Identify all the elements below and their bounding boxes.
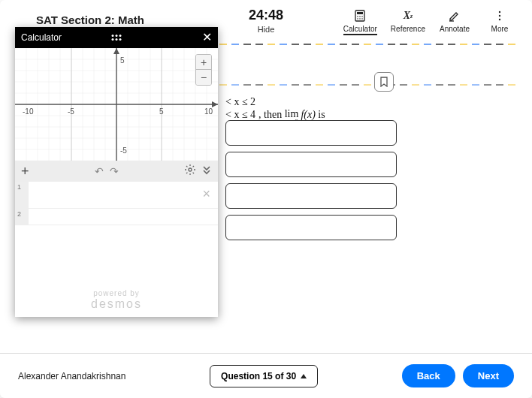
hide-timer-button[interactable]: Hide xyxy=(249,25,283,34)
annotate-icon xyxy=(448,9,461,23)
svg-point-6 xyxy=(360,18,361,20)
axis-label: -10 xyxy=(23,107,34,116)
calculator-titlebar[interactable]: Calculator ✕ xyxy=(15,27,218,48)
more-icon xyxy=(493,9,506,23)
chevron-up-icon xyxy=(301,374,307,378)
svg-text:5: 5 xyxy=(120,56,125,65)
undo-button[interactable]: ↶ xyxy=(95,165,104,177)
question-nav-button[interactable]: Question 15 of 30 xyxy=(210,365,318,387)
svg-point-4 xyxy=(362,16,364,17)
svg-marker-42 xyxy=(113,48,119,54)
svg-point-9 xyxy=(499,11,500,13)
svg-line-55 xyxy=(186,173,187,173)
svg-marker-41 xyxy=(212,101,218,107)
expression-row[interactable]: 2 xyxy=(15,209,218,225)
svg-line-56 xyxy=(193,166,194,167)
close-icon[interactable]: ✕ xyxy=(202,32,212,44)
bookmark-button[interactable] xyxy=(374,72,394,92)
svg-line-54 xyxy=(193,173,194,173)
expression-index: 1 xyxy=(15,182,29,208)
graph-area[interactable]: -10 -5 5 10 5 -5 + − xyxy=(15,48,218,161)
reference-tool-label: Reference xyxy=(391,25,425,33)
answer-option[interactable] xyxy=(225,152,397,177)
collapse-icon[interactable] xyxy=(201,164,212,178)
reference-icon: Xz xyxy=(401,9,415,23)
question-nav-label: Question 15 of 30 xyxy=(221,371,296,381)
answer-list xyxy=(225,120,397,240)
svg-text:-5: -5 xyxy=(68,107,74,116)
next-button[interactable]: Next xyxy=(463,364,514,387)
svg-text:5: 5 xyxy=(159,107,164,116)
more-tool-label: More xyxy=(491,25,509,33)
svg-text:-5: -5 xyxy=(120,146,127,155)
svg-point-48 xyxy=(189,168,192,171)
svg-text:10: 10 xyxy=(204,107,213,116)
back-button[interactable]: Back xyxy=(402,364,455,387)
svg-point-3 xyxy=(360,16,361,17)
settings-icon[interactable] xyxy=(185,164,195,178)
svg-point-5 xyxy=(358,18,359,20)
add-expression-button[interactable]: + xyxy=(21,164,29,179)
calculator-toolbar: + ↶ ↷ xyxy=(15,161,218,182)
clear-expression-icon[interactable]: × xyxy=(202,186,210,202)
expression-row[interactable]: 1 × xyxy=(15,182,218,209)
section-title: SAT Section 2: Math xyxy=(36,14,144,26)
calculator-panel: Calculator ✕ xyxy=(15,27,218,317)
svg-rect-1 xyxy=(357,12,363,14)
zoom-out-button[interactable]: − xyxy=(196,70,211,85)
bookmark-icon xyxy=(379,77,389,87)
svg-point-10 xyxy=(499,15,500,17)
calculator-tool[interactable]: Calculator xyxy=(343,9,377,35)
calculator-icon xyxy=(353,9,367,23)
expression-list: 1 × 2 powered by desmos xyxy=(15,182,218,317)
svg-line-53 xyxy=(186,166,187,167)
answer-option[interactable] xyxy=(225,215,397,240)
zoom-in-button[interactable]: + xyxy=(196,55,211,70)
answer-option[interactable] xyxy=(225,183,397,209)
reference-tool[interactable]: Xz Reference xyxy=(391,9,425,33)
more-tool[interactable]: More xyxy=(484,9,515,33)
desmos-credit: powered by desmos xyxy=(15,289,218,311)
timer: 24:48 xyxy=(249,8,283,23)
annotate-tool[interactable]: Annotate xyxy=(439,9,470,33)
answer-option[interactable] xyxy=(225,120,397,146)
svg-point-11 xyxy=(499,19,500,20)
student-name: Alexander Anandakrishnan xyxy=(18,371,125,381)
drag-handle-icon[interactable] xyxy=(112,35,122,41)
expression-index: 2 xyxy=(15,209,29,225)
svg-point-7 xyxy=(362,18,364,20)
annotate-tool-label: Annotate xyxy=(440,25,470,33)
calculator-tool-label: Calculator xyxy=(343,25,377,35)
redo-button[interactable]: ↷ xyxy=(110,165,119,177)
svg-point-2 xyxy=(358,16,359,17)
